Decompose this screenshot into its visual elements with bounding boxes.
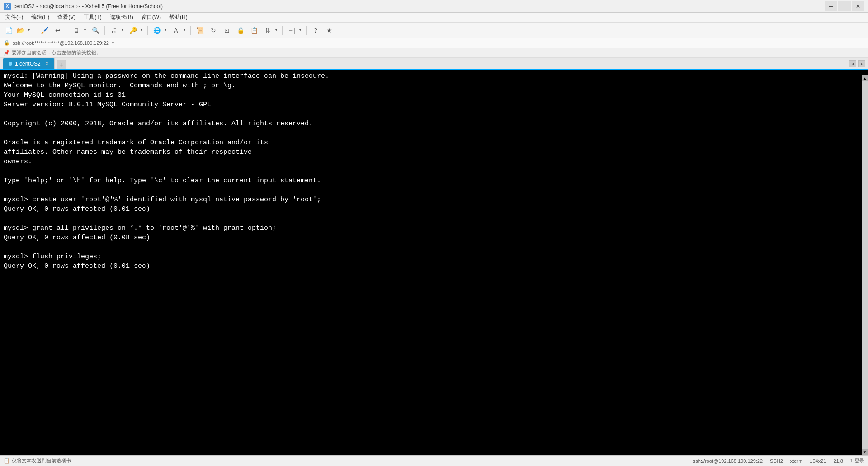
window-controls: ─ □ ✕ [825,1,864,11]
font-button[interactable]: A [170,24,182,36]
font-arrow[interactable]: ▾ [182,24,187,36]
session-button[interactable]: 🖥 [71,24,82,36]
toolbar: 📄 📂 ▾ 🖌️ ↩ 🖥 ▾ 🔍 🖨 ▾ 🔑 ▾ 🌐 ▾ A ▾ 📜 ↻ ⊡ 🔒… [0,23,868,38]
sep3 [104,26,105,35]
close-button[interactable]: ✕ [852,1,864,11]
scrollbar[interactable]: ▲ ▼ [862,75,868,455]
toolbar-new-group: 📄 📂 ▾ [3,24,32,36]
sep1 [35,26,35,35]
status-size: 104x21 [810,458,826,464]
toolbar-key-group: 🔑 ▾ [127,24,144,36]
clipboard-button[interactable]: 📋 [248,24,260,36]
key-button[interactable]: 🔑 [127,24,139,36]
session-note-text: 要添加当前会话，点击左侧的箭头按钮。 [12,49,101,56]
note-icon: 📌 [4,50,10,56]
print-arrow[interactable]: ▾ [120,24,125,36]
script-button[interactable]: 📜 [194,24,206,36]
scroll-up-button[interactable]: ▲ [862,75,868,81]
lock-button[interactable]: 🔒 [235,24,246,36]
tab-status-dot [9,62,12,66]
session-arrow[interactable]: ▾ [82,24,88,36]
send-button[interactable]: →| [286,24,297,36]
title-bar: X centOS2 - root@localhost:~ - Xshell 5 … [0,0,868,13]
tabs-right-controls: ◂ ▸ [849,60,865,67]
transfer-button[interactable]: ⇅ [262,24,274,36]
extra-button[interactable]: ★ [323,24,335,36]
open-arrow[interactable]: ▾ [26,24,32,36]
app-icon: X [4,3,11,10]
menu-tab[interactable]: 选项卡(B) [106,13,137,22]
minimize-button[interactable]: ─ [825,1,837,11]
window-title: centOS2 - root@localhost:~ - Xshell 5 (F… [14,3,163,10]
tab-scroll-left-button[interactable]: ◂ [849,60,856,67]
tab-close-icon[interactable]: ✕ [45,61,49,66]
terminal-area[interactable]: mysql: [Warning] Using a password on the… [0,70,868,455]
menu-tools[interactable]: 工具(T) [80,13,105,22]
status-position: 21,8 [833,458,843,464]
status-note: 仅将文本发送到当前选项卡 [12,457,71,464]
send-to-tab-icon: 📋 [4,458,10,464]
status-left: 📋 仅将文本发送到当前选项卡 [4,457,71,464]
scroll-thumb[interactable] [862,81,868,449]
brush-button[interactable]: 🖌️ [38,24,50,36]
print-button[interactable]: 🖨 [108,24,120,36]
toolbar-send-group: →| ▾ [286,24,303,36]
sep7 [306,26,307,35]
sep5 [190,26,191,35]
status-ins: 1 登录 [850,457,864,464]
sep6 [282,26,283,35]
menu-edit[interactable]: 编辑(E) [28,13,53,22]
undo-button[interactable]: ↩ [52,24,64,36]
toolbar-session-group: 🖥 ▾ [71,24,88,36]
menu-view[interactable]: 查看(V) [54,13,79,22]
refresh-button[interactable]: ↻ [208,24,219,36]
session-note-bar: 📌 要添加当前会话，点击左侧的箭头按钮。 [0,48,868,58]
open-button[interactable]: 📂 [14,24,26,36]
toolbar-font-group: A ▾ [170,24,187,36]
help-button[interactable]: ? [310,24,321,36]
toolbar-globe-group: 🌐 ▾ [151,24,168,36]
tab-centos2[interactable]: 1 centOS2 ✕ [3,58,55,69]
maximize-button[interactable]: □ [838,1,851,11]
globe-arrow[interactable]: ▾ [163,24,168,36]
add-tab-button[interactable]: + [57,60,66,69]
sep2 [67,26,67,35]
ssh-dropdown-icon[interactable]: ▾ [112,40,114,46]
ssh-address: ssh://root:*************@192.168.100.129… [13,40,109,46]
toolbar-transfer-group: ⇅ ▾ [262,24,279,36]
toolbar-print-group: 🖨 ▾ [108,24,125,36]
tab-label: 1 centOS2 [15,61,41,67]
menu-window[interactable]: 窗口(W) [138,13,165,22]
send-arrow[interactable]: ▾ [297,24,303,36]
status-bar: 📋 仅将文本发送到当前选项卡 ssh://root@192.168.100.12… [0,455,868,466]
lock-icon: 🔒 [4,40,10,46]
resize-button[interactable]: ⊡ [221,24,233,36]
tabs-area: 1 centOS2 ✕ + ◂ ▸ [0,58,868,70]
scroll-down-button[interactable]: ▼ [862,449,868,455]
menu-file[interactable]: 文件(F) [2,13,27,22]
title-bar-left: X centOS2 - root@localhost:~ - Xshell 5 … [4,3,163,10]
status-protocol: SSH2 [770,458,783,464]
sep4 [147,26,148,35]
globe-button[interactable]: 🌐 [151,24,163,36]
key-arrow[interactable]: ▾ [139,24,144,36]
status-right: ssh://root@192.168.100.129:22 SSH2 xterm… [693,457,864,464]
transfer-arrow[interactable]: ▾ [274,24,279,36]
status-host: ssh://root@192.168.100.129:22 [693,458,763,464]
new-session-button[interactable]: 📄 [3,24,14,36]
menu-bar: 文件(F) 编辑(E) 查看(V) 工具(T) 选项卡(B) 窗口(W) 帮助(… [0,13,868,23]
status-encoding: xterm [790,458,803,464]
ssh-bar: 🔒 ssh://root:*************@192.168.100.1… [0,38,868,48]
find-button[interactable]: 🔍 [90,24,101,36]
menu-help[interactable]: 帮助(H) [165,13,191,22]
tab-scroll-right-button[interactable]: ▸ [858,60,865,67]
